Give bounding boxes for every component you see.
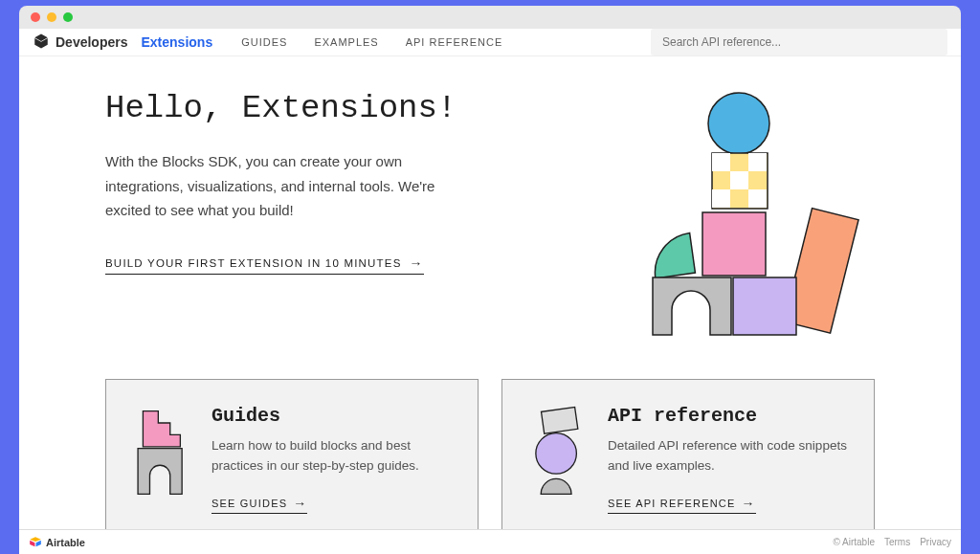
- minimize-window-button[interactable]: [47, 12, 56, 22]
- svg-rect-2: [712, 153, 730, 171]
- nav-examples[interactable]: EXAMPLES: [314, 36, 378, 48]
- arrow-right-icon: →: [410, 255, 424, 271]
- svg-rect-6: [748, 189, 767, 208]
- window-titlebar: [19, 6, 961, 29]
- brand-developers[interactable]: Developers: [33, 33, 127, 53]
- footer-brand-label: Airtable: [46, 537, 85, 548]
- footer-brand[interactable]: Airtable: [29, 535, 85, 550]
- cta-label: BUILD YOUR FIRST EXTENSION IN 10 MINUTES: [105, 257, 402, 269]
- footer: Airtable © Airtable Terms Privacy: [19, 529, 961, 554]
- footer-terms-link[interactable]: Terms: [884, 537, 910, 547]
- see-api-reference-link[interactable]: SEE API REFERENCE →: [608, 496, 756, 514]
- card-guides-title: Guides: [212, 405, 453, 427]
- card-api-reference: API reference Detailed API reference wit…: [501, 379, 875, 529]
- cta-build-first-extension[interactable]: BUILD YOUR FIRST EXTENSION IN 10 MINUTES…: [105, 255, 424, 275]
- nav-guides[interactable]: GUIDES: [241, 36, 287, 48]
- top-navigation: Developers Extensions GUIDES EXAMPLES AP…: [19, 29, 961, 56]
- footer-privacy-link[interactable]: Privacy: [920, 537, 951, 547]
- hero-blocks-illustration: [607, 90, 875, 343]
- svg-rect-5: [712, 189, 730, 208]
- nav-api-reference[interactable]: API REFERENCE: [406, 36, 503, 48]
- airtable-logo-icon: [29, 535, 42, 550]
- close-window-button[interactable]: [31, 12, 40, 22]
- page-title: Hello, Extensions!: [105, 90, 578, 126]
- card-api-title: API reference: [608, 405, 849, 427]
- footer-copyright: © Airtable: [833, 537, 875, 547]
- svg-point-11: [536, 433, 577, 475]
- svg-rect-7: [702, 212, 766, 276]
- search-input[interactable]: [651, 29, 947, 55]
- card-guides: Guides Learn how to build blocks and bes…: [105, 379, 479, 529]
- brand-label: Developers: [56, 34, 127, 50]
- guides-illustration: [131, 405, 190, 514]
- hero-description: With the Blocks SDK, you can create your…: [105, 149, 450, 223]
- arrow-right-icon: →: [742, 496, 756, 511]
- svg-rect-10: [542, 407, 578, 433]
- svg-rect-4: [730, 171, 748, 189]
- svg-rect-3: [748, 153, 767, 171]
- product-label[interactable]: Extensions: [141, 34, 212, 50]
- api-illustration: [527, 405, 587, 514]
- see-guides-link[interactable]: SEE GUIDES →: [212, 496, 307, 514]
- maximize-window-button[interactable]: [63, 12, 73, 22]
- arrow-right-icon: →: [293, 496, 307, 511]
- card-guides-desc: Learn how to build blocks and best pract…: [212, 436, 453, 476]
- svg-rect-9: [733, 277, 796, 335]
- cube-icon: [33, 33, 50, 53]
- card-api-desc: Detailed API reference with code snippet…: [608, 436, 849, 476]
- svg-point-0: [708, 93, 769, 154]
